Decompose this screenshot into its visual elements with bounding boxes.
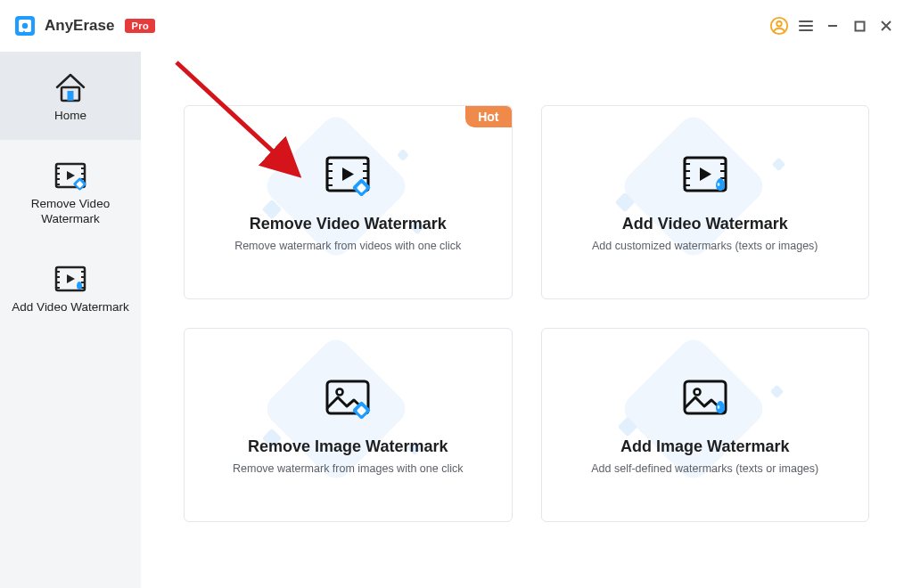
card-add-image-watermark[interactable]: Add Image Watermark Add self-defined wat… [541,328,870,522]
svg-rect-5 [855,21,864,30]
app-logo-icon [12,13,37,38]
sidebar-item-label: Add Video Watermark [12,300,128,315]
svg-point-18 [337,389,343,396]
remove-image-watermark-card-icon [321,375,374,420]
pro-badge: Pro [125,19,155,33]
sidebar-item-add-video-watermark[interactable]: Add Video Watermark [0,243,141,331]
card-subtitle: Remove watermark from videos with one cl… [234,240,461,252]
menu-icon[interactable] [793,12,819,39]
maximize-icon[interactable] [846,12,873,39]
svg-point-2 [22,23,28,29]
svg-rect-7 [68,91,74,101]
sidebar-item-remove-video-watermark[interactable]: Remove Video Watermark [0,140,141,243]
card-decoration [185,106,512,298]
remove-video-watermark-icon [53,159,88,192]
svg-point-22 [694,389,700,396]
hot-badge: Hot [465,106,511,127]
card-title: Add Video Watermark [622,215,788,233]
add-image-watermark-card-icon [678,375,732,420]
account-icon[interactable] [766,12,793,39]
svg-point-16 [717,183,719,186]
svg-point-23 [717,405,719,409]
svg-point-4 [776,21,782,26]
sidebar-item-home[interactable]: Home [0,52,141,140]
card-subtitle: Remove watermark from images with one cl… [233,462,463,475]
main-area: Hot Remove Video Watermark Remove waterm… [141,52,912,588]
card-decoration [185,329,512,521]
card-subtitle: Add customized watermarks (texts or imag… [592,240,818,252]
minimize-icon[interactable] [819,12,846,39]
sidebar-item-label: Remove Video Watermark [5,197,136,227]
card-title: Remove Image Watermark [248,437,448,456]
card-add-video-watermark[interactable]: Add Video Watermark Add customized water… [541,105,870,299]
card-remove-video-watermark[interactable]: Hot Remove Video Watermark Remove waterm… [184,105,513,299]
card-grid: Hot Remove Video Watermark Remove waterm… [184,105,869,522]
remove-video-watermark-card-icon [321,152,374,197]
app-logo: AnyErase Pro [12,13,155,38]
card-remove-image-watermark[interactable]: Remove Image Watermark Remove watermark … [184,328,513,522]
sidebar-item-label: Home [54,109,86,124]
sidebar: Home Remove Video Watermark Add Video Wa… [0,52,141,588]
app-name: AnyErase [45,17,114,35]
titlebar: AnyErase Pro [0,0,912,52]
close-icon[interactable] [873,12,900,39]
card-subtitle: Add self-defined watermarks (texts or im… [591,462,818,475]
card-decoration [542,329,869,521]
add-video-watermark-icon [53,263,88,295]
home-icon [53,71,87,103]
card-decoration [542,106,869,298]
card-title: Add Image Watermark [620,437,789,456]
add-video-watermark-card-icon [678,152,732,197]
card-title: Remove Video Watermark [250,215,447,233]
